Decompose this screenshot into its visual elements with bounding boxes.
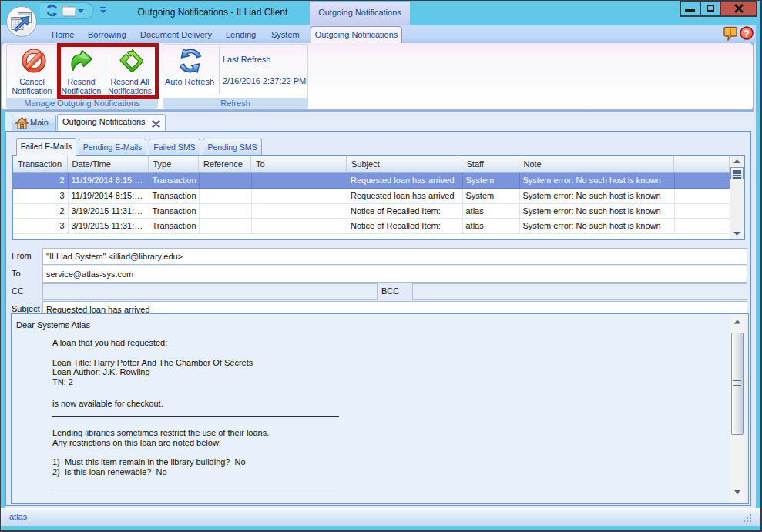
svg-text:i: i	[730, 28, 732, 36]
svg-text:?: ?	[744, 28, 750, 39]
